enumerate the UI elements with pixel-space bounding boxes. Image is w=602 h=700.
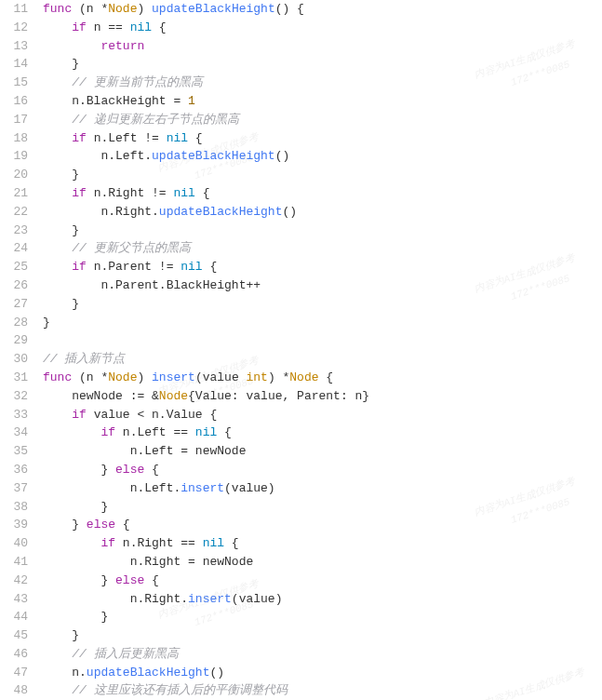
code-line: n.Right.insert(value)	[43, 590, 602, 609]
token-op: () {	[275, 2, 304, 16]
token-op: {	[319, 370, 334, 384]
token-id: n.	[72, 666, 87, 680]
token-bool: nil	[173, 186, 194, 200]
token-op: {	[195, 186, 210, 200]
code-line: // 递归更新左右子节点的黑高	[43, 111, 602, 129]
token-fn: insert	[181, 481, 224, 495]
line-number: 25	[0, 258, 28, 276]
code-line: } else {	[43, 461, 602, 479]
code-line: n.Parent.BlackHeight++	[43, 276, 602, 295]
code-line: // 这里应该还有插入后的平衡调整代码	[43, 681, 602, 700]
token-op: n.Right !=	[87, 186, 174, 200]
token-op: (value)	[232, 592, 283, 606]
code-line: n.Right.updateBlackHeight()	[43, 203, 602, 222]
line-number: 41	[0, 553, 28, 572]
token-op: }	[100, 573, 115, 587]
code-line: if value < n.Value {	[43, 406, 602, 424]
token-id: n.Parent.BlackHeight++	[100, 278, 261, 292]
line-number: 37	[0, 479, 28, 498]
line-number: 48	[0, 681, 28, 700]
line-number: 29	[0, 331, 28, 350]
line-number: 33	[0, 406, 28, 424]
line-number: 15	[0, 74, 28, 92]
line-number: 36	[0, 461, 28, 479]
token-op: )	[137, 370, 152, 384]
token-fn: insert	[152, 370, 195, 384]
code-line: if n.Right == nil {	[43, 534, 602, 553]
line-number-gutter: 1112131415161718192021222324252627282930…	[0, 0, 35, 700]
line-number: 30	[0, 350, 28, 369]
token-kw: if	[72, 186, 87, 200]
code-line: }	[43, 166, 602, 184]
token-op: (value	[195, 370, 247, 384]
token-kw: else	[115, 573, 144, 587]
token-type: Node	[289, 370, 318, 384]
token-kw: if	[100, 536, 115, 550]
line-number: 20	[0, 166, 28, 184]
code-line	[43, 331, 602, 350]
code-line: } else {	[43, 516, 602, 534]
token-op: value < n.Value {	[87, 408, 217, 422]
code-line: }	[43, 222, 602, 240]
token-op: ()	[275, 149, 290, 163]
token-op: }	[43, 316, 50, 330]
token-op: }	[72, 57, 79, 71]
code-line: newNode := &Node{Value: value, Parent: n…	[43, 387, 602, 406]
token-op: {Value: value, Parent: n}	[188, 389, 369, 403]
code-line: // 插入新节点	[43, 350, 602, 369]
token-kw: if	[72, 260, 87, 274]
token-fn: insert	[188, 592, 232, 606]
line-number: 28	[0, 314, 28, 332]
line-number: 27	[0, 295, 28, 314]
code-line: n.Right = newNode	[43, 553, 602, 572]
code-line: }	[43, 295, 602, 314]
token-op: }	[100, 463, 115, 477]
code-line: if n.Left != nil {	[43, 129, 602, 148]
code-content[interactable]: func (n *Node) updateBlackHeight() { if …	[35, 0, 602, 700]
line-number: 44	[0, 608, 28, 626]
token-op: (n *	[72, 2, 108, 16]
token-cmt: // 插入后更新黑高	[72, 647, 178, 661]
code-line: }	[43, 55, 602, 74]
code-line: // 更新父节点的黑高	[43, 239, 602, 258]
line-number: 17	[0, 111, 28, 129]
code-line: } else {	[43, 572, 602, 590]
code-line: if n.Parent != nil {	[43, 258, 602, 276]
code-line: }	[43, 314, 602, 332]
line-number: 40	[0, 534, 28, 553]
code-line: n.Left.updateBlackHeight()	[43, 147, 602, 166]
code-line: return	[43, 37, 602, 56]
token-op: }	[72, 223, 79, 237]
line-number: 38	[0, 498, 28, 517]
line-number: 42	[0, 572, 28, 590]
token-id: n.Right = newNode	[130, 555, 254, 569]
code-line: func (n *Node) insert(value int) *Node {	[43, 369, 602, 387]
line-number: 47	[0, 664, 28, 682]
token-op: {	[188, 131, 203, 145]
token-cmt: // 更新当前节点的黑高	[72, 75, 202, 89]
token-kw: return	[100, 39, 144, 53]
token-op: {	[144, 463, 159, 477]
line-number: 24	[0, 239, 28, 258]
line-number: 45	[0, 626, 28, 645]
token-op: }	[72, 628, 79, 642]
token-op: ()	[282, 205, 297, 219]
token-op: {	[144, 573, 159, 587]
token-op: {	[217, 425, 232, 439]
token-op: )	[137, 2, 152, 16]
token-bool: nil	[181, 260, 202, 274]
line-number: 11	[0, 0, 28, 19]
token-op: n.Parent !=	[87, 260, 181, 274]
code-line: }	[43, 608, 602, 626]
token-op: }	[100, 610, 108, 624]
token-op: {	[203, 260, 218, 274]
token-kw: if	[72, 131, 87, 145]
token-op: =	[167, 94, 188, 108]
token-id: n.Left.	[130, 481, 181, 495]
token-bool: nil	[167, 131, 188, 145]
token-fn: updateBlackHeight	[87, 666, 210, 680]
token-type: Node	[108, 2, 137, 16]
token-kw: if	[72, 408, 87, 422]
line-number: 23	[0, 222, 28, 240]
token-op: n ==	[87, 20, 130, 34]
